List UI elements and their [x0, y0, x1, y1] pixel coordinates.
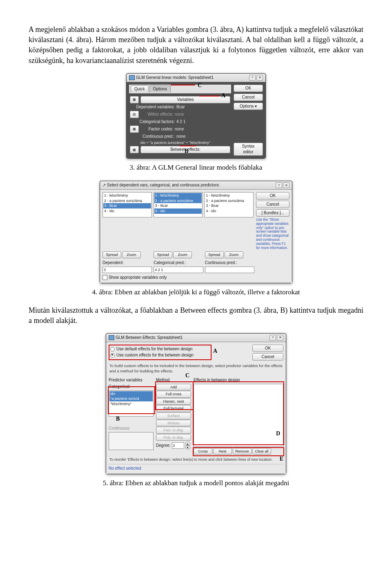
marker-b: B	[116, 415, 120, 423]
dialog5-title: GLM Between Effects: Spreadsheet1 ?✕	[106, 334, 286, 342]
marker-a: A	[221, 92, 225, 100]
method-surface: Surface	[156, 412, 191, 419]
method-full-cross[interactable]: Full cross	[156, 391, 191, 398]
degree-down[interactable]: ▼	[185, 446, 190, 449]
spread-button[interactable]: Spread	[102, 251, 121, 258]
method-hierarc-nest[interactable]: Hierarc. nest	[156, 398, 191, 405]
hint-text: Use the "Show appropriate variables only…	[256, 218, 290, 250]
continuous-listbox[interactable]	[109, 432, 154, 450]
figure-4: ↗Select dependent vars, categorical, and…	[29, 181, 363, 283]
variables-button[interactable]: Variables	[140, 96, 230, 103]
caption-4: 4. ábra: Ebben az ablakban jelöljük ki a…	[29, 287, 363, 297]
tab-quick[interactable]: Quick	[131, 85, 149, 92]
cancel-button[interactable]: Cancel	[252, 353, 283, 361]
caption-5: 5. ábra: Ebben az ablakban tudjuk a mode…	[29, 478, 363, 488]
dep-listbox[interactable]: 1 - készítmény2 - a paciens sorszáma3 - …	[102, 192, 152, 217]
status-text: No effect selected	[109, 464, 283, 471]
options-button[interactable]: Options ▾	[234, 103, 263, 110]
radio-custom[interactable]	[110, 353, 115, 358]
degree-up[interactable]: ▲	[185, 442, 190, 446]
method-mixture: Mixture	[156, 420, 191, 427]
cancel-button[interactable]: Cancel	[256, 201, 290, 208]
help-icon[interactable]: ?	[249, 75, 256, 81]
catp-input[interactable]: 4 2 1	[154, 267, 203, 273]
within-icon: ▤	[130, 111, 139, 118]
dialog4-title: ↗Select dependent vars, categorical, and…	[100, 181, 292, 190]
degree-input[interactable]: 2	[172, 442, 184, 449]
app-icon	[109, 335, 114, 340]
bundles-button[interactable]: [ Bundles ]...	[256, 209, 290, 217]
cross-button[interactable]: Cross	[194, 448, 212, 455]
figure-3: GLM General linear models: Spreadsheet1 …	[29, 73, 363, 159]
nest-button[interactable]: Nest	[213, 448, 232, 455]
cont-listbox[interactable]: 1 - készítmény2 - a paciens sorszáma3 - …	[204, 192, 254, 217]
close-icon[interactable]: ✕	[277, 335, 283, 341]
close-icon[interactable]: ✕	[256, 75, 263, 81]
marker-d: D	[276, 430, 280, 438]
marker-c: C	[198, 81, 202, 90]
ok-button[interactable]: OK	[234, 85, 263, 92]
help-icon[interactable]: ?	[270, 335, 276, 341]
desc-text: To build custom effects to be included i…	[109, 363, 283, 374]
reorder-text: To reorder 'Effects in between design,' …	[109, 457, 283, 462]
show-vars-checkbox[interactable]	[102, 275, 107, 280]
dep-input[interactable]: 3	[102, 267, 152, 273]
ok-button[interactable]: OK	[256, 192, 290, 199]
marker-c: C	[185, 372, 189, 380]
clearall-button[interactable]: Clear all	[252, 448, 271, 455]
vars-icon: ▦	[130, 96, 139, 103]
effects-listbox[interactable]	[194, 384, 283, 447]
paragraph-2: Miután kiválasztottuk a változókat, a fő…	[29, 305, 363, 326]
tab-options[interactable]: Options	[149, 85, 171, 92]
caption-3: 3. ábra: A GLM General linear models főa…	[29, 163, 363, 173]
dialog3-title: GLM General linear models: Spreadsheet1 …	[127, 74, 265, 82]
method-poly-to-deg-[interactable]: Poly. to deg.	[156, 434, 191, 441]
method-fact-to-deg-[interactable]: Fact. to deg.	[156, 427, 191, 434]
marker-e: E	[280, 455, 283, 463]
method-add[interactable]: Add	[156, 384, 191, 391]
ok-button[interactable]: OK	[252, 345, 283, 352]
between-icon: ▦	[130, 146, 139, 153]
syntax-button[interactable]: Syntax editor	[234, 143, 263, 156]
cat-listbox[interactable]: 1 - készítmény2 - a paciens sorszáma3 - …	[154, 192, 203, 217]
zoom-button[interactable]: Zoom	[122, 251, 141, 258]
help-icon[interactable]: ?	[276, 182, 282, 188]
radio-default[interactable]	[110, 347, 115, 352]
figure-5: GLM Between Effects: Spreadsheet1 ?✕ Use…	[29, 333, 363, 474]
marker-a: A	[213, 347, 217, 355]
contp-input[interactable]	[205, 267, 254, 273]
cancel-button[interactable]: Cancel	[234, 94, 263, 101]
remove-button[interactable]: Remove	[233, 448, 252, 455]
codes-icon: ▦	[130, 125, 139, 133]
marker-b: B	[185, 147, 188, 155]
paragraph-1: A megjelenő ablakban a szokásos módon a …	[29, 25, 363, 66]
method-full-factorial[interactable]: Full factorial	[156, 405, 191, 412]
categorical-listbox[interactable]: ido "a paciens sorszá "készítmény"	[109, 390, 154, 417]
close-icon[interactable]: ✕	[283, 182, 290, 188]
